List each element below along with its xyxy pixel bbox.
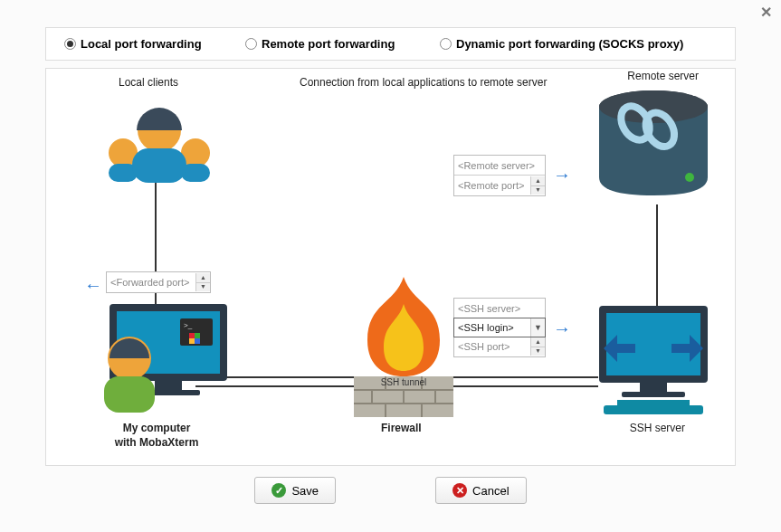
arrow-right-ssh-icon: → [553, 318, 571, 339]
close-icon[interactable]: ✕ [760, 4, 772, 21]
svg-point-7 [599, 90, 708, 123]
tab-local-label: Local port forwarding [81, 37, 202, 51]
diagram-title: Connection from local applications to re… [300, 76, 547, 89]
line-remote-to-ssh [656, 204, 658, 309]
tab-dynamic-label: Dynamic port forwarding (SOCKS proxy) [456, 37, 683, 51]
ssh-login-dropdown[interactable]: ▼ [530, 318, 545, 337]
svg-rect-33 [104, 376, 155, 413]
svg-text:SSH tunnel: SSH tunnel [381, 377, 427, 387]
line-clients-to-pc [155, 182, 157, 313]
check-icon: ✓ [271, 483, 286, 498]
cancel-button-label: Cancel [472, 484, 509, 498]
svg-text:>_: >_ [184, 321, 193, 329]
ssh-port-input[interactable] [454, 337, 530, 356]
ssh-login-input[interactable] [454, 318, 530, 337]
arrow-left-icon: ← [84, 275, 102, 296]
my-computer-icon: >_ [73, 304, 236, 422]
forwarded-port-spinner[interactable]: ▲▼ [195, 273, 210, 291]
svg-rect-36 [640, 383, 667, 392]
remote-port-spinner[interactable]: ▲▼ [530, 176, 545, 195]
cancel-x-icon: ✕ [452, 483, 467, 498]
clients-icon [91, 94, 227, 185]
arrow-right-remote-icon: → [553, 165, 571, 185]
remote-port-input[interactable] [454, 176, 530, 195]
radio-local-icon [64, 38, 76, 50]
ssh-server-label: SSH server [630, 422, 685, 434]
ssh-server-input[interactable] [454, 299, 545, 318]
svg-rect-39 [604, 405, 703, 414]
svg-rect-29 [195, 333, 200, 338]
ssh-target-group: ▼ ▲▼ [453, 298, 546, 357]
forwarded-port-group: ▲▼ [106, 271, 211, 293]
forwarded-port-input[interactable] [107, 273, 195, 291]
svg-point-8 [685, 173, 694, 182]
tab-remote[interactable]: Remote port forwarding [245, 37, 440, 51]
my-computer-line2: with MobaXterm [93, 436, 220, 451]
my-computer-line1: My computer [93, 422, 220, 436]
tab-local[interactable]: Local port forwarding [64, 37, 245, 51]
diagram-panel: Connection from local applications to re… [45, 68, 736, 466]
tab-remote-label: Remote port forwarding [262, 37, 395, 51]
tab-dynamic[interactable]: Dynamic port forwarding (SOCKS proxy) [440, 37, 717, 51]
svg-rect-30 [189, 338, 195, 344]
local-clients-label: Local clients [119, 76, 178, 89]
remote-server-input[interactable] [454, 157, 545, 175]
forwarding-type-tabs: Local port forwarding Remote port forwar… [45, 27, 736, 61]
cancel-button[interactable]: ✕ Cancel [435, 477, 526, 504]
svg-rect-28 [189, 333, 195, 338]
firewall-icon: SSH tunnel [340, 277, 467, 424]
button-row: ✓ Save ✕ Cancel [45, 477, 736, 504]
remote-server-label: Remote server [627, 70, 699, 82]
radio-dynamic-icon [440, 38, 452, 50]
svg-rect-37 [622, 392, 685, 397]
svg-rect-24 [155, 381, 182, 390]
radio-remote-icon [245, 38, 257, 50]
ssh-port-spinner[interactable]: ▲▼ [530, 337, 545, 356]
save-button[interactable]: ✓ Save [254, 477, 336, 504]
svg-rect-5 [132, 148, 186, 183]
my-computer-label: My computer with MobaXterm [93, 422, 220, 450]
save-button-label: Save [291, 484, 319, 498]
svg-rect-31 [195, 338, 200, 344]
svg-rect-38 [617, 400, 690, 405]
remote-target-group: ▲▼ [453, 155, 546, 196]
remote-server-icon [590, 87, 717, 204]
ssh-server-icon [595, 306, 712, 419]
